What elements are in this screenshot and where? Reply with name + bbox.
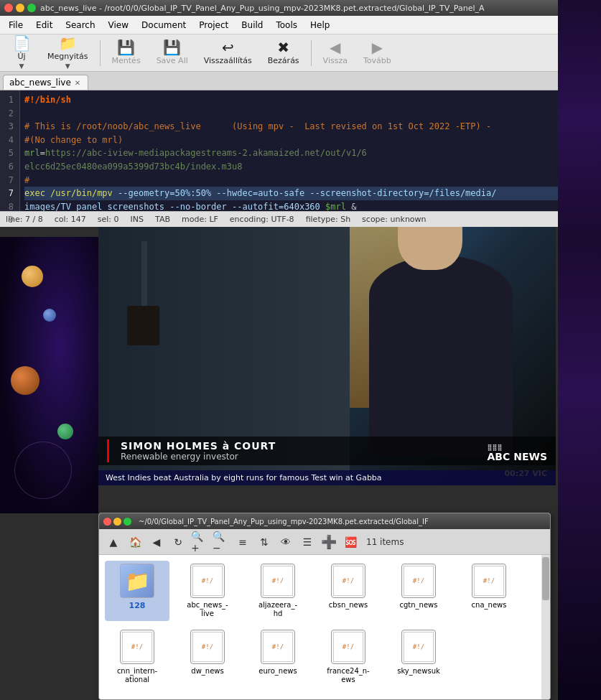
- fm-reload-button[interactable]: ↻: [169, 533, 187, 551]
- fm-item-aljazeera[interactable]: #!/ aljazeera_-hd: [246, 561, 310, 621]
- fm-item-label-abc: abc_news_-live: [187, 601, 228, 618]
- line-num-3: 3: [0, 120, 17, 134]
- script-icon-sky: #!/: [401, 630, 436, 664]
- fm-item-cgtn[interactable]: #!/ cgtn_news: [386, 561, 451, 621]
- code-line-7a: #: [24, 174, 588, 187]
- fm-titlebar: ~/0/0/Global_IP_TV_Panel_Any_Pup_using_m…: [99, 513, 550, 529]
- menu-search[interactable]: Search: [60, 19, 101, 32]
- fm-help-button[interactable]: 🆘: [342, 533, 359, 551]
- fm-file-grid: 📁 128 #!/ abc_news_-live #!/: [105, 561, 544, 687]
- fm-scrollbar[interactable]: [541, 555, 550, 699]
- line-num-1: 1: [0, 93, 17, 107]
- fm-item-abc-news-live[interactable]: #!/ abc_news_-live: [175, 561, 240, 621]
- line-numbers: 1 2 3 4 5 6 7 7 8 9: [0, 90, 20, 211]
- script-icon-cna: #!/: [472, 564, 506, 598]
- fm-sort-button[interactable]: ⇅: [256, 533, 273, 551]
- video-player[interactable]: SIMON HOLMES à COURT Renewable energy in…: [98, 227, 556, 485]
- toolbar-new[interactable]: 📄 Új ▼: [4, 37, 39, 69]
- fm-item-128[interactable]: 📁 128: [105, 561, 169, 621]
- fm-maximize-button[interactable]: [124, 518, 131, 526]
- fm-item-france24[interactable]: #!/ france24_n-ews: [316, 627, 381, 687]
- abc-news-text: ABC NEWS: [488, 451, 547, 462]
- toolbar: 📄 Új ▼ 📁 Megnyitás ▼ 💾 Mentés 💾 Save All…: [0, 34, 601, 72]
- window-controls[interactable]: [4, 4, 36, 12]
- script-icon-inner-sky: #!/: [404, 632, 434, 662]
- fm-zoom-in-button[interactable]: 🔍+: [191, 533, 208, 551]
- line-num-8: 8: [0, 200, 17, 214]
- statusbar: line: 7 / 8 col: 147 sel: 0 INS TAB mode…: [0, 211, 601, 227]
- fm-up-button[interactable]: ▲: [105, 533, 122, 551]
- abc-news-logo: ⣿⣿⣿ ABC NEWS: [488, 444, 547, 462]
- toolbar-save-label: Mentés: [112, 56, 141, 65]
- fm-item-sky[interactable]: #!/ sky_newsuk: [386, 627, 451, 687]
- script-icon-euro: #!/: [261, 630, 295, 664]
- minimize-button[interactable]: [16, 4, 24, 12]
- tab-close-icon[interactable]: ✕: [75, 79, 80, 87]
- code-line-5: mrl=https://abc-iview-mediapackagestream…: [24, 146, 588, 160]
- ticker-text: West Indies beat Australia by eight runs…: [106, 473, 382, 482]
- fm-item-dw[interactable]: #!/ dw_news: [175, 627, 240, 687]
- fm-window-controls[interactable]: [103, 518, 131, 526]
- script-icon-cnn: #!/: [120, 630, 154, 664]
- toolbar-save[interactable]: 💾 Mentés: [105, 37, 148, 69]
- line-num-5: 5: [0, 146, 17, 160]
- toolbar-open-label: Megnyitás: [47, 52, 88, 61]
- fm-scroll-thumb[interactable]: [542, 557, 549, 600]
- toolbar-sep2: [311, 40, 312, 66]
- fm-layout-button[interactable]: ≡: [234, 533, 251, 551]
- titlebar: abc_news_live - /root/0/0/Global_IP_TV_P…: [0, 0, 601, 16]
- toolbar-saveall-label: Save All: [157, 56, 188, 65]
- toolbar-revert[interactable]: ↩ Visszaállítás: [197, 37, 259, 69]
- fm-back-button[interactable]: ◀: [148, 533, 165, 551]
- script-icon-cbsn: #!/: [331, 564, 365, 598]
- menu-file[interactable]: File: [3, 19, 29, 32]
- fm-item-cbsn[interactable]: #!/ cbsn_news: [316, 561, 381, 621]
- toolbar-saveall[interactable]: 💾 Save All: [149, 37, 195, 69]
- chevron-down-icon: ▼: [19, 62, 24, 70]
- fm-item-label-128: 128: [129, 601, 146, 610]
- script-icon-cgtn: #!/: [401, 564, 436, 598]
- menu-edit[interactable]: Edit: [30, 19, 58, 32]
- code-line-6: elcc6d25ec0480ea099a5399d73bc4b/index.m3…: [24, 160, 588, 174]
- fm-add-button[interactable]: ➕: [320, 533, 337, 551]
- fm-minimize-button[interactable]: [113, 518, 121, 526]
- toolbar-new-label: Új: [17, 52, 25, 61]
- tab-abc-news-live[interactable]: abc_news_live ✕: [3, 75, 88, 90]
- code-editor[interactable]: #!/bin/sh # This is /root/noob/abc_news_…: [20, 90, 592, 211]
- fm-home-button[interactable]: 🏠: [126, 533, 144, 551]
- menu-document[interactable]: Document: [136, 19, 192, 32]
- fm-zoom-out-button[interactable]: 🔍−: [213, 533, 230, 551]
- tab-label: abc_news_live: [9, 78, 71, 88]
- menu-build[interactable]: Build: [236, 19, 269, 32]
- maximize-button[interactable]: [27, 4, 36, 12]
- fm-item-cna[interactable]: #!/ cna_news: [457, 561, 521, 621]
- script-icon-inner-cna: #!/: [474, 566, 504, 596]
- menu-help[interactable]: Help: [304, 19, 335, 32]
- code-line-2: [24, 107, 588, 121]
- fm-item-label-france24: france24_n-ews: [327, 667, 369, 684]
- close-button[interactable]: [4, 4, 13, 12]
- toolbar-open[interactable]: 📁 Megnyitás ▼: [40, 37, 95, 69]
- fm-body[interactable]: 📁 128 #!/ abc_news_-live #!/: [99, 555, 550, 699]
- fm-preview-button[interactable]: 👁: [277, 533, 294, 551]
- chevron-down-icon2: ▼: [65, 62, 70, 70]
- menu-tools[interactable]: Tools: [270, 19, 303, 32]
- fm-close-button[interactable]: [103, 518, 111, 526]
- aurora-right: [558, 0, 601, 237]
- fm-item-label-cgtn: cgtn_news: [400, 601, 438, 610]
- toolbar-back[interactable]: ◀ Vissza: [316, 37, 355, 69]
- toolbar-close[interactable]: ✖ Bezárás: [261, 37, 307, 69]
- fm-item-cnn[interactable]: #!/ cnn_intern-ational: [105, 627, 169, 687]
- window-title: abc_news_live - /root/0/0/Global_IP_TV_P…: [40, 4, 485, 13]
- close-icon: ✖: [277, 40, 289, 55]
- status-encoding: encoding: UTF-8: [230, 215, 294, 224]
- fm-list-button[interactable]: ☰: [299, 533, 316, 551]
- menu-view[interactable]: View: [103, 19, 134, 32]
- line-num-4: 4: [0, 134, 17, 147]
- code-line-1: #!/bin/sh: [24, 93, 588, 107]
- fm-item-euro[interactable]: #!/ euro_news: [246, 627, 310, 687]
- planet-1: [22, 266, 43, 287]
- toolbar-forward[interactable]: ▶ Tovább: [356, 37, 399, 69]
- person-title: Renewable energy investor: [121, 452, 276, 462]
- menu-project[interactable]: Project: [193, 19, 234, 32]
